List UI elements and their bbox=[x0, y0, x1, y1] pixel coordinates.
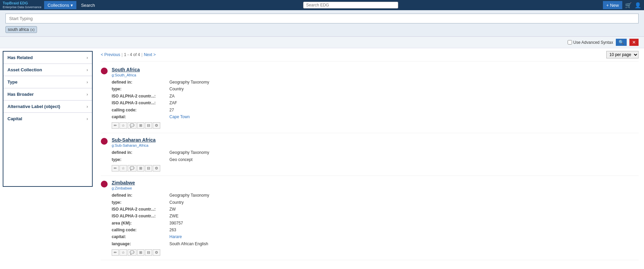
sidebar-item-has-related[interactable]: Has Related › bbox=[3, 52, 92, 64]
field-value: ZA bbox=[169, 93, 639, 100]
sidebar-label: Type bbox=[7, 79, 17, 85]
action-icon-expand[interactable]: ⊞ bbox=[137, 122, 144, 129]
sidebar-item-capital[interactable]: Capital › bbox=[3, 113, 92, 125]
result-field-row: capital: Cape Town bbox=[112, 113, 639, 120]
field-label: ISO ALPHA-3 countr...: bbox=[112, 100, 169, 106]
search-area: south africa (x) bbox=[0, 10, 644, 37]
action-icon-comment[interactable]: 💬 bbox=[128, 249, 136, 256]
result-dot bbox=[101, 181, 108, 187]
search-nav-link[interactable]: Search bbox=[78, 3, 98, 8]
field-value: Country bbox=[169, 86, 639, 92]
action-icon-bookmark[interactable]: ☆ bbox=[119, 122, 127, 129]
sidebar-item-has-broader[interactable]: Has Broader › bbox=[3, 88, 92, 101]
action-icon-bookmark[interactable]: ☆ bbox=[119, 165, 127, 172]
field-value: Geography Taxonomy bbox=[169, 192, 639, 199]
pagination-separator2: | bbox=[142, 52, 143, 57]
result-title-zimbabwe[interactable]: Zimbabwe bbox=[112, 180, 639, 185]
advanced-syntax-check: Use Advanced Syntax bbox=[568, 40, 613, 45]
brand: TopBraid EDG Enterprise Data Governance bbox=[3, 1, 41, 9]
action-icon-comment[interactable]: 💬 bbox=[128, 122, 136, 129]
result-item-sub-saharan: Sub-Saharan Africa g:Sub-Saharan_Africa … bbox=[101, 133, 639, 176]
result-field-row: calling code: 263 bbox=[112, 227, 639, 233]
new-button[interactable]: + New bbox=[603, 1, 622, 9]
advanced-syntax-label: Use Advanced Syntax bbox=[573, 40, 613, 45]
field-label: type: bbox=[112, 156, 169, 163]
clear-button-red[interactable]: ✕ bbox=[629, 39, 639, 46]
basket-icon[interactable]: 🛒 bbox=[625, 2, 632, 8]
action-icon-settings[interactable]: ⚙ bbox=[153, 122, 160, 129]
action-icon-expand[interactable]: ⊞ bbox=[137, 249, 144, 256]
field-label: ISO ALPHA-3 countr...: bbox=[112, 213, 169, 219]
result-dot bbox=[101, 68, 108, 74]
main-layout: Has Related › Asset Collection › Type › … bbox=[0, 48, 644, 269]
sidebar: Has Related › Asset Collection › Type › … bbox=[3, 51, 93, 187]
field-label: area (KM): bbox=[112, 220, 169, 227]
field-label: capital: bbox=[112, 233, 169, 240]
action-icon-edit[interactable]: ✏ bbox=[112, 249, 119, 256]
previous-link[interactable]: < Previous bbox=[101, 52, 120, 57]
field-value: 263 bbox=[169, 227, 639, 233]
sidebar-item-asset-collection[interactable]: Asset Collection › bbox=[3, 64, 92, 76]
action-icon-settings[interactable]: ⚙ bbox=[153, 165, 160, 172]
action-icon-edit[interactable]: ✏ bbox=[112, 165, 119, 172]
action-icons: ✏ ☆ 💬 ⊞ ⊟ ⚙ bbox=[112, 122, 639, 129]
search-main-input[interactable] bbox=[5, 14, 639, 23]
result-fields: defined in: Geography Taxonomy type: Geo… bbox=[112, 149, 639, 163]
search-bar-nav bbox=[100, 2, 602, 8]
chevron-right-icon: › bbox=[87, 116, 88, 121]
result-id-zimbabwe[interactable]: g:Zimbabwe bbox=[112, 186, 132, 190]
advanced-syntax-checkbox[interactable] bbox=[568, 40, 572, 44]
result-field-row: type: Geo concept bbox=[112, 156, 639, 163]
field-label: defined in: bbox=[112, 149, 169, 156]
search-edg-input[interactable] bbox=[303, 2, 398, 8]
search-tag-south-africa: south africa (x) bbox=[5, 26, 37, 33]
action-icon-collapse[interactable]: ⊟ bbox=[145, 122, 152, 129]
search-button-blue[interactable]: 🔍 bbox=[616, 39, 627, 46]
action-icons: ✏ ☆ 💬 ⊞ ⊟ ⚙ bbox=[112, 249, 639, 256]
result-fields: defined in: Geography Taxonomy type: Cou… bbox=[112, 79, 639, 120]
result-field-row: calling code: 27 bbox=[112, 107, 639, 113]
result-field-row: defined in: Geography Taxonomy bbox=[112, 192, 639, 199]
next-link[interactable]: Next > bbox=[144, 52, 156, 57]
result-field-row: ISO ALPHA-3 countr...: ZWE bbox=[112, 213, 639, 219]
brand-sub: Enterprise Data Governance bbox=[3, 5, 41, 9]
result-id-sub-saharan[interactable]: g:Sub-Saharan_Africa bbox=[112, 143, 148, 147]
per-page-select[interactable]: 10 per page bbox=[606, 51, 639, 58]
chevron-right-icon: › bbox=[87, 104, 88, 109]
result-dot bbox=[101, 138, 108, 145]
chevron-right-icon: › bbox=[87, 80, 88, 85]
field-label: type: bbox=[112, 199, 169, 206]
chevron-right-icon: › bbox=[87, 55, 88, 60]
field-value: Geography Taxonomy bbox=[169, 149, 639, 156]
pagination-info: 1 - 4 of 4 bbox=[124, 52, 140, 57]
user-avatar-icon[interactable]: 👤 bbox=[634, 2, 641, 8]
field-label: ISO ALPHA-2 countr...: bbox=[112, 206, 169, 213]
result-title-south-africa[interactable]: South Africa bbox=[112, 67, 639, 72]
result-field-row: type: Country bbox=[112, 199, 639, 206]
action-icon-expand[interactable]: ⊞ bbox=[137, 165, 144, 172]
field-value: South African English bbox=[169, 240, 639, 247]
action-icon-collapse[interactable]: ⊟ bbox=[145, 165, 152, 172]
result-id-south-africa[interactable]: g:South_Africa bbox=[112, 73, 136, 77]
tag-label: south africa bbox=[8, 27, 29, 32]
sidebar-label: Has Related bbox=[7, 55, 33, 60]
pagination-separator: | bbox=[122, 52, 123, 57]
tag-remove-icon[interactable]: (x) bbox=[30, 28, 35, 32]
result-title-sub-saharan[interactable]: Sub-Saharan Africa bbox=[112, 137, 639, 143]
field-value-link-harare[interactable]: Harare bbox=[169, 233, 639, 240]
collections-label: Collections bbox=[48, 3, 69, 8]
sidebar-item-type[interactable]: Type › bbox=[3, 76, 92, 88]
action-icon-collapse[interactable]: ⊟ bbox=[145, 249, 152, 256]
action-icon-settings[interactable]: ⚙ bbox=[153, 249, 160, 256]
result-field-row: ISO ALPHA-2 countr...: ZW bbox=[112, 206, 639, 213]
action-icon-comment[interactable]: 💬 bbox=[128, 165, 136, 172]
field-value: 390757 bbox=[169, 220, 639, 227]
result-field-row: defined in: Geography Taxonomy bbox=[112, 79, 639, 86]
sidebar-label: Alternative Label (object) bbox=[7, 104, 60, 109]
sidebar-item-alt-label[interactable]: Alternative Label (object) › bbox=[3, 101, 92, 113]
field-label: ISO ALPHA-2 countr...: bbox=[112, 93, 169, 100]
action-icon-edit[interactable]: ✏ bbox=[112, 122, 119, 129]
collections-button[interactable]: Collections ▾ bbox=[44, 1, 76, 9]
field-value-link[interactable]: Cape Town bbox=[169, 113, 639, 120]
action-icon-bookmark[interactable]: ☆ bbox=[119, 249, 127, 256]
